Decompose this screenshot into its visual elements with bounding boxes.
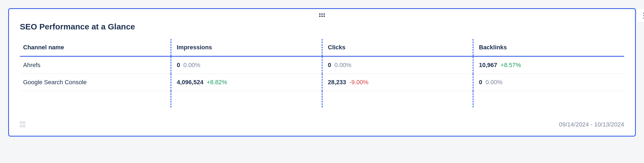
header-impressions: Impressions	[171, 39, 322, 56]
clicks-value: 0	[328, 62, 331, 68]
table-header-row: Channel name Impressions Clicks Backlink…	[20, 39, 624, 56]
cell-impressions: 4,096,524+8.82%	[171, 74, 322, 91]
backlinks-change: 0.00%	[485, 79, 502, 86]
impressions-value: 4,096,524	[177, 79, 203, 86]
card-title: SEO Performance at a Glance	[20, 22, 624, 31]
date-range: 09/14/2024 - 10/13/2024	[559, 121, 624, 128]
card-container: SEO Performance at a Glance Channel name…	[8, 8, 636, 137]
clicks-change: 0.00%	[335, 62, 351, 68]
more-options-button[interactable]	[637, 8, 644, 23]
card-footer: 09/14/2024 - 10/13/2024	[20, 121, 624, 128]
clicks-change: -9.00%	[349, 79, 369, 86]
cell-channel: Google Search Console	[20, 74, 171, 91]
seo-performance-widget: SEO Performance at a Glance Channel name…	[8, 8, 636, 137]
backlinks-change: +8.57%	[500, 62, 521, 68]
clicks-value: 28,233	[328, 79, 346, 86]
table-row: Ahrefs00.00%00.00%10,967+8.57%	[20, 56, 624, 74]
impressions-change: +8.82%	[207, 79, 227, 86]
cell-channel: Ahrefs	[20, 56, 171, 74]
cell-clicks: 00.00%	[322, 56, 473, 74]
cell-backlinks: 10,967+8.57%	[473, 56, 624, 74]
header-clicks: Clicks	[322, 39, 473, 56]
impressions-change: 0.00%	[183, 62, 200, 68]
header-channel: Channel name	[20, 39, 171, 56]
seo-table: Channel name Impressions Clicks Backlink…	[20, 39, 624, 107]
backlinks-value: 0	[479, 79, 482, 86]
header-backlinks: Backlinks	[473, 39, 624, 56]
backlinks-value: 10,967	[479, 62, 497, 68]
cell-backlinks: 00.00%	[473, 74, 624, 91]
impressions-value: 0	[177, 62, 180, 68]
drag-handle-icon[interactable]	[319, 13, 325, 17]
spacer-row	[20, 91, 624, 107]
widgets-icon[interactable]	[20, 121, 26, 128]
cell-clicks: 28,233-9.00%	[322, 74, 473, 91]
cell-impressions: 00.00%	[171, 56, 322, 74]
table-row: Google Search Console4,096,524+8.82%28,2…	[20, 74, 624, 91]
